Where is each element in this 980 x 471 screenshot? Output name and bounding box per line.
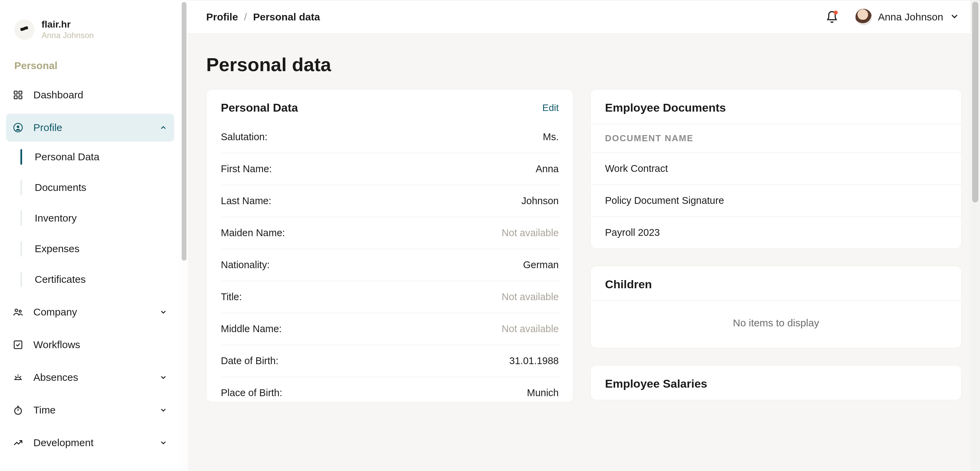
sidebar-item-profile[interactable]: Profile xyxy=(6,114,174,142)
card-title: Employee Documents xyxy=(605,101,947,115)
svg-rect-4 xyxy=(14,96,18,99)
svg-point-7 xyxy=(17,126,19,128)
sidebar-item-workflows[interactable]: Workflows xyxy=(6,331,174,359)
field-row: Last Name: Johnson xyxy=(221,185,559,217)
checkbox-icon xyxy=(12,339,24,350)
documents-card: Employee Documents DOCUMENT NAME Work Co… xyxy=(590,89,962,249)
field-value: Not available xyxy=(501,323,559,334)
field-row: Nationality: German xyxy=(221,249,559,281)
people-icon xyxy=(12,306,24,318)
svg-point-9 xyxy=(19,310,21,312)
grid-icon xyxy=(12,89,24,101)
empty-state-message: No items to display xyxy=(591,301,961,348)
chevron-down-icon xyxy=(159,438,168,447)
sidebar-item-label: Personal Data xyxy=(35,151,99,163)
chevron-down-icon xyxy=(159,372,168,382)
field-label: Salutation: xyxy=(221,131,267,143)
sidebar-item-label: Company xyxy=(33,306,77,318)
field-label: Maiden Name: xyxy=(221,228,285,239)
field-label: Place of Birth: xyxy=(221,387,282,398)
sidebar-scrollbar[interactable] xyxy=(180,0,188,471)
document-row[interactable]: Work Contract xyxy=(591,153,961,185)
sidebar-item-development[interactable]: Development xyxy=(6,429,174,457)
field-row: First Name: Anna xyxy=(221,153,559,185)
edit-button[interactable]: Edit xyxy=(542,102,559,113)
brand-block[interactable]: flair.hr Anna Johnson xyxy=(6,19,174,54)
field-value: Not available xyxy=(501,228,559,239)
documents-column-header: DOCUMENT NAME xyxy=(591,124,961,153)
svg-rect-5 xyxy=(19,96,22,99)
sidebar-subitem-documents[interactable]: Documents xyxy=(18,172,174,203)
sidebar-item-label: Expenses xyxy=(35,243,80,255)
brand-name: flair.hr xyxy=(41,19,94,30)
field-label: Date of Birth: xyxy=(221,355,278,366)
sidebar-subgroup-profile: Personal Data Documents Inventory Expens… xyxy=(6,142,174,295)
stopwatch-icon xyxy=(12,404,24,416)
sidebar-item-time[interactable]: Time xyxy=(6,396,174,424)
sidebar-subitem-inventory[interactable]: Inventory xyxy=(18,203,174,234)
sun-icon xyxy=(12,372,24,383)
sidebar-item-company[interactable]: Company xyxy=(6,298,174,326)
sidebar-item-label: Development xyxy=(33,437,94,449)
field-label: Middle Name: xyxy=(221,323,282,334)
sidebar-scrollbar-thumb[interactable] xyxy=(182,2,186,261)
chevron-down-icon xyxy=(950,11,959,23)
sidebar-item-dashboard[interactable]: Dashboard xyxy=(6,81,174,109)
field-value: Ms. xyxy=(543,131,559,143)
brand-logo xyxy=(14,19,35,40)
sidebar-item-label: Profile xyxy=(33,122,62,134)
main-area: Profile / Personal data Anna Johnson Per… xyxy=(188,0,980,471)
sidebar-subitem-expenses[interactable]: Expenses xyxy=(18,234,174,264)
sidebar-item-absences[interactable]: Absences xyxy=(6,363,174,391)
sidebar-section-label: Personal xyxy=(6,54,174,81)
svg-line-13 xyxy=(20,376,21,377)
page-scrollbar-thumb[interactable] xyxy=(972,2,978,202)
document-row[interactable]: Policy Document Signature xyxy=(591,185,961,217)
field-value: German xyxy=(523,259,559,271)
notifications-button[interactable] xyxy=(825,10,839,24)
field-label: First Name: xyxy=(221,163,272,175)
personal-data-card: Personal Data Edit Salutation: Ms. First… xyxy=(206,89,573,402)
card-title: Personal Data xyxy=(221,101,298,115)
field-label: Title: xyxy=(221,291,242,302)
children-card: Children No items to display xyxy=(590,266,962,348)
card-title: Employee Salaries xyxy=(605,377,947,390)
svg-rect-2 xyxy=(14,91,18,94)
svg-point-8 xyxy=(15,309,18,312)
sidebar-item-label: Certificates xyxy=(35,274,86,285)
field-row: Salutation: Ms. xyxy=(221,121,559,153)
sidebar-subitem-certificates[interactable]: Certificates xyxy=(18,264,174,295)
sidebar-item-label: Time xyxy=(33,404,56,416)
user-menu[interactable]: Anna Johnson xyxy=(856,9,959,25)
svg-rect-1 xyxy=(24,26,28,30)
svg-rect-10 xyxy=(14,341,22,349)
field-value: Anna xyxy=(536,163,559,175)
logo-icon xyxy=(19,23,30,36)
sidebar-subitem-personal-data[interactable]: Personal Data xyxy=(18,142,174,172)
field-value: Not available xyxy=(501,291,559,302)
field-value: Johnson xyxy=(521,195,559,207)
breadcrumb-current: Personal data xyxy=(253,11,320,23)
brand-user: Anna Johnson xyxy=(41,31,94,40)
page-title: Personal data xyxy=(206,53,962,76)
breadcrumb-root[interactable]: Profile xyxy=(206,11,238,23)
sidebar-item-label: Absences xyxy=(33,372,78,383)
topbar: Profile / Personal data Anna Johnson xyxy=(188,0,980,34)
notification-dot-icon xyxy=(834,11,838,14)
chevron-down-icon xyxy=(159,405,168,415)
field-row: Title: Not available xyxy=(221,281,559,313)
sidebar-item-label: Documents xyxy=(35,182,86,193)
sidebar-item-label: Inventory xyxy=(35,212,76,224)
field-row: Date of Birth: 31.01.1988 xyxy=(221,345,559,377)
field-label: Nationality: xyxy=(221,259,269,271)
sidebar-item-label: Dashboard xyxy=(33,89,83,101)
breadcrumb-separator: / xyxy=(244,11,247,23)
page-scrollbar[interactable] xyxy=(970,0,980,471)
document-row[interactable]: Payroll 2023 xyxy=(591,217,961,248)
user-circle-icon xyxy=(12,122,24,134)
field-row: Maiden Name: Not available xyxy=(221,217,559,249)
breadcrumb: Profile / Personal data xyxy=(206,11,320,23)
sidebar: flair.hr Anna Johnson Personal Dashboard… xyxy=(0,0,180,471)
user-name: Anna Johnson xyxy=(878,11,943,23)
field-row: Place of Birth: Munich xyxy=(221,377,559,402)
